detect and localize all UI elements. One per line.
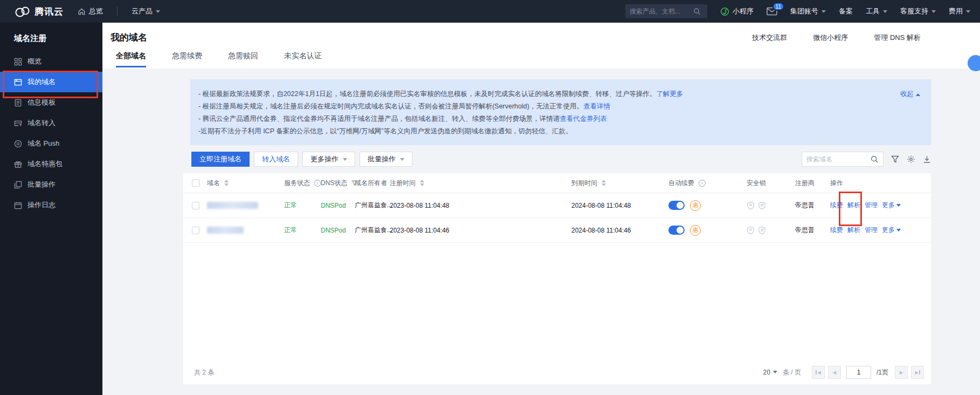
sort-icon[interactable] [224, 178, 229, 188]
notice-line: -近期有不法分子利用 ICP 备案的公示信息，以“万维网/万域网”等名义向用户发… [198, 125, 919, 138]
nav-tools[interactable]: 工具 [866, 6, 887, 16]
expire-time: 2024-08-08 11:04:46 [571, 227, 668, 234]
settings-gear-icon[interactable] [907, 155, 915, 164]
nav-group-account[interactable]: 集团账号 [790, 6, 826, 16]
link-wechat-miniprogram[interactable]: 微信小程序 [813, 33, 848, 43]
search-icon[interactable] [871, 155, 879, 164]
total-pages: /1页 [877, 368, 888, 377]
info-icon[interactable]: i [699, 180, 706, 187]
more-link[interactable]: 更多 [882, 226, 901, 235]
renew-link[interactable]: 续费 [830, 201, 843, 210]
domain-owner: 广州嘉益食... [355, 201, 390, 210]
next-page-button[interactable]: ▶ [895, 366, 908, 379]
notice-link-learn-more[interactable]: 了解更多 [656, 90, 683, 98]
nav-overview[interactable]: 总览 [78, 6, 103, 16]
resolve-link[interactable]: 解析 [847, 201, 860, 210]
more-operations-button[interactable]: 更多操作 [302, 152, 355, 167]
tab-redeem-soon[interactable]: 急需赎回 [228, 51, 258, 67]
domain-table: 域名 服务状态i DNS状态 域名所有者 注册时间 到期时间 自动续费i 安全锁… [183, 173, 931, 384]
first-page-button[interactable]: ◀ [812, 366, 825, 379]
sort-icon[interactable] [602, 178, 606, 188]
select-all-checkbox[interactable] [192, 179, 199, 187]
gift-icon [14, 160, 22, 168]
prev-page-button[interactable]: ◀ [828, 366, 841, 379]
page-size-select[interactable]: 20 [763, 369, 777, 376]
mini-program-icon [720, 7, 729, 16]
notice-link-view-details[interactable]: 查看详情 [583, 103, 610, 110]
table-row: 正常 DNSPod 广州嘉益食... 2023-08-08 11:04:46 2… [183, 218, 931, 243]
download-icon[interactable] [923, 155, 931, 164]
collapse-button[interactable]: 收起 [900, 88, 920, 100]
notice-line: - 根据注册局相关规定，域名注册后必须在规定时间内完成域名实名认证，否则会被注册… [198, 100, 919, 113]
sort-icon[interactable] [420, 178, 424, 188]
chevron-down-icon [822, 10, 826, 15]
manage-link[interactable]: 管理 [865, 226, 878, 235]
sidebar: 域名注册 概览 我的域名 信 [0, 23, 102, 395]
last-page-button[interactable]: ▶ [911, 366, 924, 379]
shield-check-icon[interactable] [747, 201, 755, 210]
window-icon [14, 78, 22, 86]
manage-link[interactable]: 管理 [865, 201, 878, 210]
sidebar-item-info-template[interactable]: 信息模板 [0, 92, 102, 113]
dns-status[interactable]: DNSPod [321, 202, 355, 209]
promo-badge[interactable]: 惠 [690, 225, 701, 236]
link-manage-dns[interactable]: 管理 DNS 解析 [874, 33, 921, 43]
filter-icon[interactable] [891, 155, 899, 163]
row-checkbox[interactable] [192, 227, 199, 234]
nav-beian[interactable]: 备案 [839, 6, 853, 16]
transfer-in-button[interactable]: 转入域名 [254, 152, 298, 167]
tencent-cloud-logo[interactable]: 腾讯云 [14, 5, 64, 18]
link-tech-group[interactable]: 技术交流群 [752, 33, 787, 43]
sidebar-item-batch-operations[interactable]: 批量操作 [0, 174, 102, 195]
table-row: 正常 DNSPod 广州嘉益食... 2023-08-08 11:04:48 2… [183, 193, 931, 218]
tab-unverified[interactable]: 未实名认证 [284, 51, 322, 67]
tab-renew-soon[interactable]: 急需续费 [172, 51, 202, 67]
nav-fee[interactable]: 费用 [949, 6, 970, 16]
domain-name-blurred[interactable] [207, 227, 244, 234]
nav-support[interactable]: 客服支持 [900, 6, 936, 16]
more-link[interactable]: 更多 [882, 201, 901, 210]
pagination: 20 条 / 页 ◀ ◀ /1页 ▶ ▶ [763, 366, 924, 379]
domain-name-blurred[interactable] [207, 202, 258, 209]
tab-all-domains[interactable]: 全部域名 [116, 51, 146, 67]
domain-search[interactable] [802, 152, 884, 167]
sidebar-item-domain-deal-package[interactable]: 域名特惠包 [0, 154, 102, 174]
shield-lock-icon[interactable] [758, 226, 766, 235]
info-icon[interactable]: i [314, 180, 321, 187]
sidebar-item-domain-push[interactable]: 域名 Push [0, 133, 102, 154]
sidebar-item-operation-logs[interactable]: 操作日志 [0, 195, 102, 215]
nav-mini-program[interactable]: 小程序 [720, 6, 754, 16]
sidebar-item-my-domains[interactable]: 我的域名 [0, 72, 102, 92]
layers-icon [14, 181, 22, 189]
table-toolbar: 立即注册域名 转入域名 更多操作 批量操作 [191, 152, 931, 167]
renew-link[interactable]: 续费 [830, 226, 843, 235]
promo-badge[interactable]: 惠 [690, 200, 701, 211]
chevron-down-icon [156, 10, 160, 15]
push-circle-icon [14, 140, 22, 148]
floating-avatar[interactable] [968, 55, 980, 71]
current-page-input[interactable] [846, 366, 871, 379]
register-domain-button[interactable]: 立即注册域名 [191, 152, 250, 167]
domain-search-input[interactable] [806, 155, 871, 163]
resolve-link[interactable]: 解析 [847, 226, 860, 235]
batch-operations-button[interactable]: 批量操作 [360, 152, 412, 167]
notice-banner: - 根据最新政策法规要求，自2022年1月1日起，域名注册前必须使用已实名审核的… [190, 79, 931, 145]
chevron-down-icon [966, 10, 970, 15]
global-search[interactable] [625, 4, 707, 18]
notice-link-voucher-list[interactable]: 查看代金券列表 [560, 115, 607, 122]
sidebar-item-overview[interactable]: 概览 [0, 51, 102, 72]
row-checkbox[interactable] [192, 202, 199, 209]
nav-cloud-products[interactable]: 云产品 [132, 6, 160, 16]
document-icon [14, 99, 22, 107]
global-search-input[interactable] [630, 8, 693, 15]
nav-messages[interactable]: 11 [767, 7, 777, 16]
chevron-down-icon [896, 229, 901, 234]
auto-renew-toggle[interactable] [668, 226, 685, 235]
shield-check-icon[interactable] [747, 226, 755, 235]
nav-divider [117, 7, 118, 16]
dns-status[interactable]: DNSPod [321, 227, 355, 234]
shield-lock-icon[interactable] [758, 201, 766, 210]
sidebar-item-domain-transfer-in[interactable]: 域名转入 [0, 113, 102, 133]
notice-line: - 根据最新政策法规要求，自2022年1月1日起，域名注册前必须使用已实名审核的… [198, 88, 919, 100]
auto-renew-toggle[interactable] [668, 201, 685, 210]
